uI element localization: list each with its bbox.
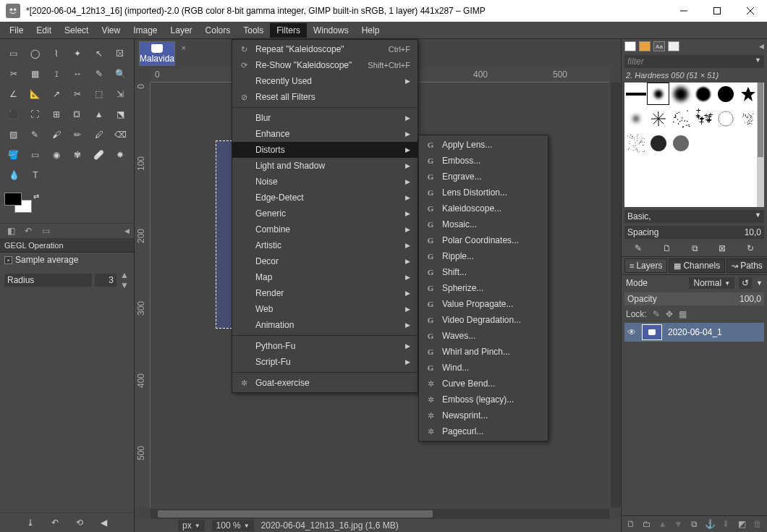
raise-layer-icon[interactable]: ▲ [656,519,669,529]
lock-pixels-icon[interactable]: ✎ [653,309,660,319]
lock-position-icon[interactable]: ✥ [666,309,673,319]
close-tab-icon[interactable]: × [182,43,186,52]
new-group-icon[interactable]: 🗀 [640,519,653,529]
menu-item-windows[interactable]: Windows [307,23,355,38]
filters-menu-item[interactable]: Animation▶ [232,317,418,333]
patterns-tab-icon[interactable] [639,41,651,51]
checkbox-icon[interactable]: × [4,256,12,264]
lock-alpha-icon[interactable]: ▦ [679,309,687,319]
history-tab-icon[interactable] [668,41,679,51]
filters-menu-item[interactable]: Combine▶ [232,221,418,237]
toolbox-tool[interactable]: 📐 [25,84,46,104]
filters-menu-item[interactable]: Noise▶ [232,174,418,190]
distorts-menu-item[interactable]: GWind... [419,360,548,376]
toolbox-tool[interactable]: ⬛ [3,104,25,124]
toolbox-tool[interactable]: ▭ [25,145,46,165]
menu-item-layer[interactable]: Layer [164,23,199,38]
zoom-selector[interactable]: 100 %▼ [212,520,254,531]
save-tool-preset-icon[interactable]: ⤓ [27,518,34,528]
dock-tab-menu-arrow-icon[interactable]: ◀ [759,43,764,50]
filters-menu-item[interactable]: Web▶ [232,301,418,317]
layer-mode-reset-icon[interactable]: ↺ [739,277,752,289]
lower-layer-icon[interactable]: ▼ [672,519,685,529]
distorts-menu-item[interactable]: GPolar Coordinates... [419,232,548,248]
menu-item-edit[interactable]: Edit [30,23,58,38]
undo-history-tab-icon[interactable]: ↶ [22,225,35,237]
toolbox-tool[interactable]: ▦ [25,64,46,84]
distorts-menu-item[interactable]: GEngrave... [419,169,548,185]
toolbox-tool[interactable]: 🖊 [88,124,110,145]
menu-item-help[interactable]: Help [355,23,386,38]
distorts-submenu[interactable]: GApply Lens...GEmboss...GEngrave...GLens… [418,135,548,442]
brush-cell[interactable] [692,83,714,105]
menu-item-select[interactable]: Select [58,23,95,38]
layers-tab[interactable]: ≡ Layers [624,258,667,273]
toolbox-tool[interactable]: ✦ [67,43,89,64]
restore-tool-preset-icon[interactable]: ↶ [51,518,59,528]
toolbox-tool[interactable]: ↔ [67,64,89,84]
menu-item-image[interactable]: Image [127,23,164,38]
radius-value[interactable]: 3 [95,274,116,287]
filters-menu-item[interactable]: Python-Fu▶ [232,338,418,354]
menu-item-file[interactable]: File [3,23,30,38]
layer-mode-selector[interactable]: Normal▼ [689,277,734,289]
toolbox-tool[interactable]: ▨ [3,124,25,145]
menu-item-colors[interactable]: Colors [199,23,237,38]
radius-row[interactable]: Radius 3 ▲▼ [0,267,134,293]
brush-cell[interactable] [669,83,692,105]
brush-cell[interactable] [647,83,669,105]
filters-menu-item[interactable]: Enhance▶ [232,126,418,142]
brush-spacing-row[interactable]: Spacing 10,0 [624,226,764,239]
delete-layer-icon[interactable]: 🗑 [751,519,764,529]
window-maximize-button[interactable] [700,0,734,22]
toolbox-tool[interactable]: 🖌 [46,124,67,145]
foreground-color[interactable] [4,193,22,206]
toolbox-tool[interactable]: ↖ [88,43,110,64]
toolbox-tool[interactable]: 💧 [3,165,25,185]
filters-menu-item[interactable]: Light and Shadow▶ [232,158,418,174]
distorts-menu-item[interactable]: GLens Distortion... [419,185,548,200]
brush-grid[interactable]: ++++++++++++ [624,83,764,207]
brush-cell[interactable] [624,107,647,130]
opacity-slider[interactable]: Opacity 100,0 [624,292,764,305]
brushes-tab-icon[interactable] [624,41,636,51]
paths-tab[interactable]: ↝ Paths [726,258,767,273]
filters-menu-item[interactable]: ⊘Reset all Filters [232,89,418,105]
brush-cell[interactable] [647,107,669,130]
toolbox-tool[interactable]: ⌇ [46,43,67,64]
distorts-menu-item[interactable]: GKaleidoscope... [419,200,548,216]
horizontal-scrollbar[interactable] [151,509,609,519]
window-minimize-button[interactable] [667,0,700,22]
toolbox-tool[interactable]: ✂ [3,64,25,84]
filters-menu-item[interactable]: Recently Used▶ [232,73,418,89]
radius-stepper[interactable]: ▲▼ [119,270,130,290]
toolbox-tool[interactable]: ⌫ [110,124,132,145]
filters-menu-item[interactable]: Generic▶ [232,206,418,221]
filters-menu-item[interactable]: ↻Repeat "Kaleidoscope"Ctrl+F [232,41,418,57]
filters-menu-item[interactable]: Blur▶ [232,110,418,126]
toolbox-tool[interactable]: T [25,165,46,185]
layer-item[interactable]: 👁 2020-06-04_1 [624,323,764,342]
filters-menu-item[interactable]: Script-Fu▶ [232,354,418,370]
filters-menu-item[interactable]: Render▶ [232,285,418,301]
brush-cell[interactable]: ++++++++++++ [692,107,714,130]
filters-menu-item[interactable]: Map▶ [232,269,418,285]
brush-cell[interactable] [714,83,737,105]
toolbox-tool[interactable]: 🩹 [88,145,110,165]
distorts-menu-item[interactable]: GEmboss... [419,153,548,169]
fonts-tab-icon[interactable]: Aa [653,41,665,51]
toolbox-tool[interactable]: ⛶ [25,104,46,124]
toolbox-tool[interactable]: ✾ [67,145,89,165]
menu-item-tools[interactable]: Tools [237,23,270,38]
toolbox-tool[interactable]: ⮽ [110,43,132,64]
fg-bg-swatch[interactable]: ⇄ [4,193,134,223]
tool-options-tab-icon[interactable]: ◧ [4,225,17,237]
toolbox-tool[interactable]: 🪣 [3,145,25,165]
vertical-scrollbar[interactable] [611,83,621,507]
new-brush-icon[interactable]: 🗋 [663,243,671,253]
mask-layer-icon[interactable]: ◩ [735,519,748,529]
toolbox-tool[interactable]: ✂ [67,84,89,104]
distorts-menu-item[interactable]: ✲Pagecurl... [419,423,548,439]
toolbox-tool[interactable]: ◉ [46,145,67,165]
toolbox-tool[interactable]: ⬚ [88,84,110,104]
